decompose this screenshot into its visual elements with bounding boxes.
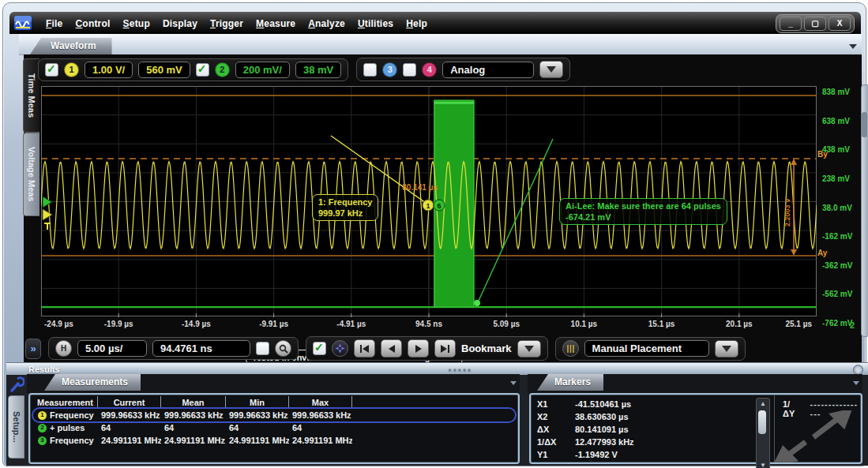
zoom-checkbox[interactable] — [256, 342, 269, 355]
minimize-button[interactable]: _ — [780, 17, 802, 31]
menu-display[interactable]: Display — [156, 16, 204, 32]
placement-icon — [566, 344, 575, 354]
channel-3-checkbox[interactable] — [363, 63, 377, 77]
measurement-name: Frequency — [50, 409, 94, 421]
menu-analyze[interactable]: Analyze — [302, 16, 351, 32]
next-bookmark-button[interactable] — [408, 339, 429, 358]
column-header: Measurement — [33, 396, 98, 409]
measurement-name-cell: 1Frequency — [33, 409, 98, 421]
marker-ay-label: Ay — [817, 249, 827, 257]
channel-3-badge[interactable]: 3 — [382, 62, 397, 77]
resize-arrows-icon[interactable] — [772, 410, 858, 462]
marker-by-label: By — [817, 150, 828, 159]
tab-strip-dropdown-icon[interactable] — [849, 44, 857, 49]
scroll-up-icon[interactable]: ▲ — [757, 399, 769, 410]
magnifier-button[interactable] — [275, 340, 291, 357]
placement-mode-field[interactable]: Manual Placement — [584, 340, 709, 357]
channel-4-badge[interactable]: 4 — [422, 62, 437, 77]
markers-scrollbar[interactable]: ▲ ▼ — [756, 398, 770, 468]
sidebar-tab-voltage-meas[interactable]: Voltage Meas — [23, 133, 39, 216]
last-bookmark-button[interactable] — [434, 339, 456, 358]
waveform-plot[interactable]: 2.2003 V16 1: Frequency 999.97 kHz Ai-Le… — [41, 86, 817, 317]
results-header[interactable]: Results ••••• — [6, 363, 868, 375]
tab-waveform[interactable]: Waveform — [30, 38, 112, 54]
measurement-callout[interactable]: 1: Frequency 999.97 kHz — [312, 194, 378, 221]
timebase-position-field[interactable]: 94.4761 ns — [152, 340, 250, 357]
measurement-value: 999.96633 kHz — [226, 409, 289, 421]
measurement-row[interactable]: 1Frequency999.96633 kHz999.96633 kHz999.… — [33, 409, 515, 421]
acquisition-mode-dropdown[interactable] — [539, 61, 563, 78]
y-axis-label: -562 mV — [822, 290, 852, 298]
bookmark-nav-group: Bookmark — [306, 336, 548, 361]
channel-2-checkbox[interactable] — [196, 63, 209, 77]
marker-value: 80.141091 µs — [575, 423, 750, 436]
bookmark-callout[interactable]: Ai-Lee: Make sure there are 64 pulses -6… — [559, 198, 727, 225]
measurement-value: 64 — [98, 421, 161, 434]
oscilloscope-app: FileControlSetupDisplayTriggerMeasureAna… — [0, 0, 868, 468]
channel-1-offset-field[interactable]: 560 mV — [138, 62, 190, 78]
results-setup-tab[interactable]: Setup... — [8, 395, 24, 459]
y-axis-label: 638 mV — [822, 117, 850, 125]
placement-dropdown[interactable] — [715, 340, 738, 358]
marker-value: 38.630630 µs — [575, 410, 750, 423]
marker-label: 1/ΔX — [537, 436, 575, 448]
menu-measure[interactable]: Measure — [250, 16, 302, 32]
expand-panel-button[interactable]: » — [25, 339, 41, 359]
timebase-group: H 5.00 µs/ 94.4761 ns — [48, 337, 299, 360]
x-axis-label: -9.91 µs — [259, 320, 288, 328]
channel-1-scale-field[interactable]: 1.00 V/ — [85, 62, 133, 78]
channel-2-badge[interactable]: 2 — [215, 62, 230, 77]
menu-setup[interactable]: Setup — [117, 16, 156, 32]
menu-help[interactable]: Help — [400, 16, 434, 32]
bookmark-placement-button[interactable] — [332, 340, 348, 357]
scroll-thumb[interactable] — [758, 410, 766, 434]
tab-markers[interactable]: Markers — [537, 374, 603, 391]
channel-2-offset-field[interactable]: 38 mV — [295, 62, 341, 78]
sidebar-tab-time-meas[interactable]: Time Meas — [23, 58, 39, 133]
channel-4-checkbox[interactable] — [403, 63, 416, 77]
marker-value: 12.477993 kHz — [575, 436, 750, 448]
placement-mode-button[interactable] — [562, 340, 579, 357]
delta-y-area: 1/ΔY ---------------- — [774, 395, 859, 462]
measurements-table: MeasurementCurrentMeanMinMax1Frequency99… — [33, 396, 515, 447]
menu-control[interactable]: Control — [69, 16, 116, 32]
tab-measurements[interactable]: Measurements — [44, 374, 141, 391]
markers-menu-icon[interactable] — [853, 381, 859, 385]
measurements-header-row: MeasurementCurrentMeanMinMax — [33, 396, 515, 409]
close-button[interactable]: X — [829, 17, 851, 31]
scroll-down-icon[interactable]: ▼ — [757, 460, 769, 468]
measurement-badge: 3 — [38, 436, 47, 445]
menu-bar: FileControlSetupDisplayTriggerMeasureAna… — [9, 12, 861, 34]
previous-bookmark-button[interactable] — [381, 339, 402, 358]
timebase-scale-field[interactable]: 5.00 µs/ — [77, 340, 147, 357]
setup-wrench-icon[interactable] — [9, 376, 24, 393]
results-grip-handle[interactable]: ••••• — [449, 366, 473, 374]
acquisition-mode-field[interactable]: Analog — [442, 62, 534, 78]
x-axis-label: -19.9 µs — [104, 320, 133, 328]
marker-label: ΔX — [537, 423, 575, 436]
marker-label: Y1 — [537, 448, 575, 461]
channel-1-badge[interactable]: 1 — [64, 62, 79, 77]
menu-trigger[interactable]: Trigger — [204, 16, 250, 32]
x-axis-channel-ref: 2 — [850, 320, 855, 330]
bookmark-dropdown[interactable] — [517, 340, 541, 358]
x-axis-label: -24.9 µs — [44, 320, 73, 328]
y-axis-label: 838 mV — [822, 88, 850, 96]
marker-value: -41.510461 µs — [575, 398, 750, 410]
measurement-value: 999.96633 kHz — [161, 409, 226, 421]
menu-file[interactable]: File — [39, 16, 69, 32]
bookmark-visible-checkbox[interactable] — [313, 342, 326, 355]
measurement-row[interactable]: 2+ pulses64646464 — [33, 421, 515, 434]
markers-box: X1-41.510461 µsX238.630630 µsΔX80.141091… — [529, 393, 862, 464]
measurements-menu-icon[interactable] — [510, 381, 517, 385]
channel-3-4-group: 3 4 Analog — [356, 58, 570, 81]
measurement-row[interactable]: 3Frequency24.991191 MHz24.991191 MHz24.9… — [33, 434, 515, 447]
horizontal-button[interactable]: H — [55, 340, 72, 357]
plot-scrollbar[interactable] — [861, 84, 868, 337]
channel-2-scale-field[interactable]: 200 mV/ — [235, 62, 290, 78]
first-bookmark-button[interactable] — [354, 339, 375, 358]
maximize-button[interactable]: ▢ — [804, 17, 826, 31]
menu-utilities[interactable]: Utilities — [351, 16, 400, 32]
measurement-value: 64 — [289, 421, 352, 434]
channel-1-checkbox[interactable] — [45, 63, 58, 77]
